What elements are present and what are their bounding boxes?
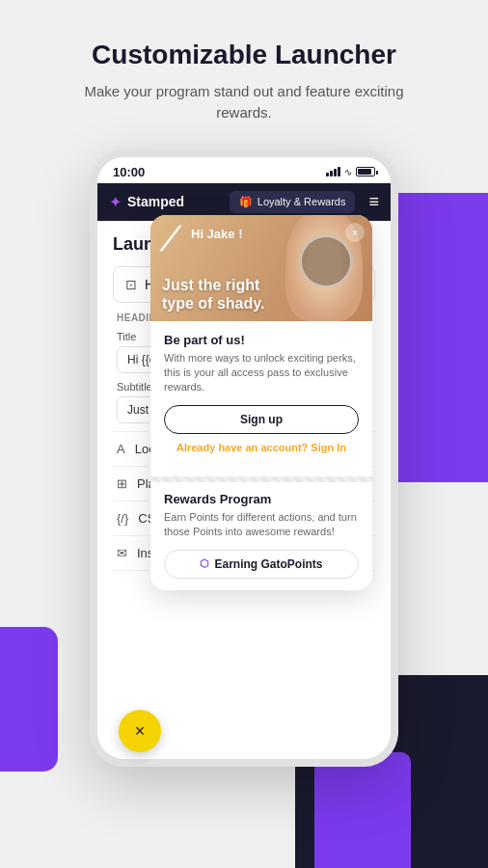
status-icons: ∿	[326, 167, 375, 177]
phone-mockup: 10:00 ∿ ✦ Stamped 🎁	[0, 149, 488, 767]
wifi-icon: ∿	[344, 167, 352, 177]
page-title: Customizable Launcher	[58, 39, 430, 71]
rewards-section-text: Earn Points for different actions, and t…	[164, 510, 359, 540]
popup-section1-title: Be part of us!	[164, 333, 359, 347]
brand-name: Stamped	[127, 194, 184, 209]
status-time: 10:00	[113, 165, 145, 179]
popup-card: ╱ Hi Jake ! Just the right type of shady…	[150, 215, 372, 590]
loyalty-rewards-tab[interactable]: 🎁 Loyalty & Rewards	[230, 191, 356, 213]
heading-section-icon: ⊡	[125, 277, 137, 292]
nav-tab-label: Loyalty & Rewards	[258, 196, 346, 207]
popup-greeting: Hi Jake !	[191, 227, 242, 241]
popup-overlay: ╱ Hi Jake ! Just the right type of shady…	[150, 215, 372, 590]
battery-icon	[356, 167, 375, 176]
yellow-close-button[interactable]: ×	[119, 710, 161, 752]
popup-headline: Just the right type of shady.	[162, 276, 264, 312]
rewards-section-title: Rewards Program	[164, 492, 359, 506]
popup-signin-text: Already have an account? Sign In	[164, 442, 359, 453]
bg-shape-bottom2	[314, 752, 411, 868]
popup-divider	[150, 476, 372, 482]
localization-icon: A	[117, 442, 125, 456]
hamburger-icon[interactable]: ≡	[368, 192, 379, 212]
popup-body: Be part of us! With more ways to unlock …	[150, 321, 372, 476]
popup-logo-icon: ╱	[162, 227, 175, 252]
earning-gatopoints-button[interactable]: ⬡ Earning GatoPoints	[164, 550, 359, 579]
popup-rewards-section: Rewards Program Earn Points for differen…	[150, 492, 372, 590]
points-icon: ⬡	[200, 557, 209, 570]
gift-icon: 🎁	[239, 196, 253, 208]
placement-icon: ⊞	[117, 476, 127, 491]
signin-link[interactable]: Sign In	[311, 442, 346, 453]
rewards-btn-label: Earning GatoPoints	[214, 557, 322, 571]
brand-logo: ✦ Stamped	[109, 193, 222, 211]
status-bar: 10:00 ∿	[97, 157, 391, 183]
page-subtitle: Make your program stand out and feature …	[58, 81, 430, 124]
page-header: Customizable Launcher Make your program …	[0, 0, 488, 140]
signup-button[interactable]: Sign up	[164, 405, 359, 434]
popup-close-button[interactable]: ×	[345, 223, 365, 242]
popup-header-image: ╱ Hi Jake ! Just the right type of shady…	[150, 215, 372, 321]
star-icon: ✦	[109, 193, 122, 211]
css-editor-icon: {/}	[117, 511, 128, 526]
phone-frame: 10:00 ∿ ✦ Stamped 🎁	[90, 149, 398, 767]
popup-section1-text: With more ways to unlock exciting perks,…	[164, 351, 359, 395]
installation-icon: ✉	[117, 546, 127, 560]
signal-icon	[326, 167, 340, 176]
close-icon: ×	[135, 721, 146, 742]
